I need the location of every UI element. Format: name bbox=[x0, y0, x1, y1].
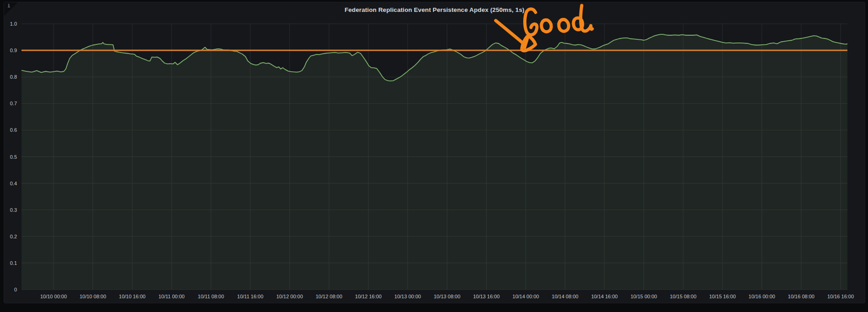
y-tick-label: 0 bbox=[14, 287, 17, 292]
x-tick-label: 10/13 00:00 bbox=[394, 294, 421, 299]
series-fill-apdex bbox=[21, 34, 847, 290]
x-tick-label: 10/15 08:00 bbox=[670, 294, 697, 299]
x-tick-label: 10/12 08:00 bbox=[316, 294, 342, 299]
y-tick-label: 0.2 bbox=[10, 234, 17, 239]
x-tick-label: 10/16 16:00 bbox=[827, 294, 854, 299]
y-tick-label: 0.4 bbox=[10, 181, 17, 186]
x-tick-label: 10/14 00:00 bbox=[513, 294, 539, 299]
x-tick-label: 10/12 00:00 bbox=[276, 294, 303, 299]
y-tick-label: 0.8 bbox=[10, 74, 17, 80]
time-series-chart[interactable]: 1.00.90.80.70.60.50.40.30.20.10 10/10 00… bbox=[0, 0, 868, 312]
x-tick-label: 10/10 08:00 bbox=[80, 294, 106, 299]
x-tick-label: 10/16 08:00 bbox=[788, 294, 814, 299]
x-tick-label: 10/15 00:00 bbox=[631, 294, 657, 299]
x-tick-label: 10/12 16:00 bbox=[355, 294, 381, 299]
x-tick-label: 10/10 16:00 bbox=[119, 294, 145, 299]
x-tick-label: 10/14 16:00 bbox=[591, 294, 618, 299]
y-tick-label: 0.3 bbox=[10, 207, 17, 213]
series-area bbox=[21, 34, 847, 290]
y-tick-label: 0.6 bbox=[10, 127, 17, 133]
x-tick-label: 10/13 08:00 bbox=[434, 294, 460, 299]
x-tick-label: 10/13 16:00 bbox=[473, 294, 499, 299]
x-tick-label: 10/16 00:00 bbox=[749, 294, 775, 299]
y-tick-label: 1.0 bbox=[10, 21, 17, 27]
x-tick-label: 10/15 16:00 bbox=[709, 294, 736, 299]
x-tick-label: 10/11 08:00 bbox=[198, 294, 224, 299]
x-tick-label: 10/10 00:00 bbox=[40, 294, 67, 299]
y-tick-label: 0.7 bbox=[10, 101, 17, 106]
x-tick-label: 10/11 16:00 bbox=[237, 294, 263, 299]
x-axis-labels: 10/10 00:0010/10 08:0010/10 16:0010/11 0… bbox=[40, 294, 854, 299]
dashboard-page: i Federation Replication Event Persisten… bbox=[0, 0, 868, 312]
x-tick-label: 10/14 08:00 bbox=[552, 294, 579, 299]
y-tick-label: 0.5 bbox=[10, 154, 17, 160]
y-axis-labels: 1.00.90.80.70.60.50.40.30.20.10 bbox=[10, 21, 17, 292]
y-tick-label: 0.1 bbox=[10, 260, 17, 266]
x-tick-label: 10/11 00:00 bbox=[158, 294, 184, 299]
y-tick-label: 0.9 bbox=[10, 48, 17, 53]
